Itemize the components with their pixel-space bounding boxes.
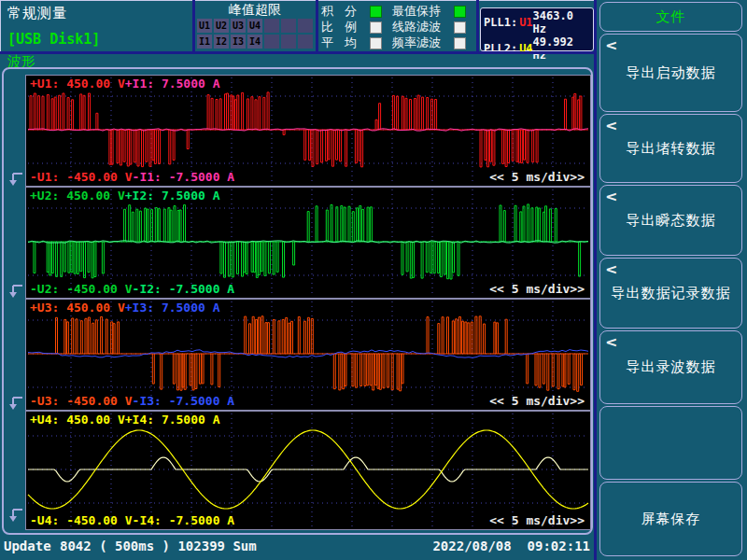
back-arrow-icon: <: [606, 188, 617, 205]
peak-cell-empty: [298, 19, 313, 33]
peak-cell-empty: [264, 19, 279, 33]
waveform-plot: [26, 412, 590, 529]
checkbox-max-hold-on[interactable]: [454, 6, 466, 18]
peak-cell-empty: [281, 35, 296, 49]
channel-bottom-labels: -U2: -450.00 V-I2: -7.5000 A: [30, 282, 234, 296]
channel-bottom-labels: -U4: -450.00 V-I4: -7.5000 A: [30, 513, 234, 527]
divider: [192, 0, 195, 52]
toggle-label: 最值保持: [392, 3, 441, 20]
peak-cell-i1: I1: [197, 35, 212, 49]
sidebar-button-label: 导出数据记录数据: [612, 285, 731, 302]
toggle-average[interactable]: 平均: [321, 35, 382, 50]
screen-save-button[interactable]: 屏幕保存: [599, 482, 742, 556]
checkbox-integration-on[interactable]: [370, 6, 382, 18]
toggle-line-filter[interactable]: 线路滤波: [392, 20, 466, 35]
divider: [316, 0, 318, 52]
channel-top-labels: +U1: 450.00 V+I1: 7.5000 A: [30, 77, 220, 91]
channel-voltage-range-label: +U4: 450.00 V: [30, 413, 125, 427]
channel-voltage-range-label: -U3: -450.00 V: [30, 394, 133, 408]
export-data-record-data[interactable]: <导出数据记录数据: [599, 258, 742, 329]
channel-current-range-label: -I4: -7.5000 A: [133, 513, 235, 527]
pll-value: 49.992 Hz: [533, 35, 590, 62]
sidebar-button-label: 屏幕保存: [641, 511, 701, 528]
back-arrow-icon: <: [606, 333, 617, 351]
peak-cell-u2: U2: [214, 19, 229, 33]
export-transient-data[interactable]: <导出瞬态数据: [599, 185, 742, 256]
frame-line: [0, 0, 1, 52]
channel-current-range-label: +I1: 7.5000 A: [125, 77, 220, 91]
peak-cell-i3: I3: [231, 35, 246, 49]
peak-cell-u3: U3: [231, 19, 246, 33]
toggle-max-hold[interactable]: 最值保持: [392, 4, 466, 19]
waveform-channel-4: +U4: 450.00 V+I4: 7.5000 A-U4: -450.00 V…: [25, 411, 591, 530]
toggle-label: 平均: [321, 35, 368, 51]
channel-voltage-range-label: +U2: 450.00 V: [30, 189, 125, 203]
checkbox-freq-filter-off[interactable]: [454, 37, 466, 49]
channel-current-range-label: +I3: 7.5000 A: [125, 301, 220, 315]
toggle-column-left: 积分比例平均: [321, 4, 382, 50]
peak-over-limit-grid: U1U2U3U4I1I2I3I4: [197, 19, 313, 49]
update-label: Update: [4, 539, 51, 553]
back-arrow-icon: <: [606, 117, 617, 134]
sidebar-title-box: 文件: [599, 2, 742, 32]
channel-current-range-label: +I4: 7.5000 A: [125, 413, 220, 427]
pll-name: PLL1:: [484, 16, 517, 29]
channel-current-range-label: +I2: 7.5000 A: [125, 189, 220, 203]
peak-cell-empty: [298, 35, 313, 49]
export-waveform-record-data[interactable]: <导出录波数据: [599, 330, 742, 404]
datetime: 2022/08/08 09:02:11: [432, 539, 590, 553]
toggle-label: 比例: [321, 19, 368, 35]
trigger-marker-icon: [9, 396, 24, 411]
channel-voltage-range-label: -U1: -450.00 V: [30, 170, 133, 184]
toggle-ratio[interactable]: 比例: [321, 20, 382, 35]
frame-line: [0, 0, 594, 1]
waveform-channel-2: +U2: 450.00 V+I2: 7.5000 A-U2: -450.00 V…: [25, 187, 591, 299]
channel-top-labels: +U3: 450.00 V+I3: 7.5000 A: [30, 301, 220, 315]
channel-top-labels: +U4: 450.00 V+I4: 7.5000 A: [30, 413, 220, 427]
update-value: 8042 ( 500ms ) 102399 Sum: [60, 539, 257, 553]
sidebar-button-label: 导出启动数据: [627, 64, 716, 82]
peak-cell-i2: I2: [214, 35, 229, 49]
page-title: 常规测量: [7, 5, 67, 22]
pll-source: U1: [519, 16, 532, 29]
waveform-channel-3: +U3: 450.00 V+I3: 7.5000 A-U3: -450.00 V…: [25, 299, 591, 411]
peak-cell-empty: [281, 19, 296, 33]
divider: [594, 0, 597, 560]
channel-voltage-range-label: -U4: -450.00 V: [30, 513, 133, 527]
channel-current-range-label: -I3: -7.5000 A: [133, 394, 235, 408]
pll-row-2: PLL2:U449.992 Hz: [484, 35, 590, 62]
channel-voltage-range-label: +U3: 450.00 V: [30, 301, 125, 315]
time-per-div-label: << 5 ms/div>>: [489, 282, 585, 296]
time-per-div-label: << 5 ms/div>>: [489, 513, 585, 527]
sidebar-button-label: 导出瞬态数据: [627, 212, 716, 230]
divider: [476, 0, 479, 52]
checkbox-line-filter-off[interactable]: [454, 21, 466, 34]
sidebar-button-label: 导出录波数据: [627, 358, 716, 376]
channel-top-labels: +U2: 450.00 V+I2: 7.5000 A: [30, 189, 220, 203]
channel-voltage-range-label: +U1: 450.00 V: [30, 77, 125, 91]
peak-cell-u1: U1: [197, 19, 212, 33]
pll-value: 3463.0 Hz: [533, 9, 590, 35]
peak-over-limit-title: 峰值超限: [195, 2, 315, 19]
sidebar-title: 文件: [656, 8, 686, 26]
toggle-column-right: 最值保持线路滤波频率滤波: [392, 4, 466, 50]
export-locked-rotor-data[interactable]: <导出堵转数据: [599, 114, 742, 183]
trigger-marker-icon: [9, 284, 24, 299]
export-startup-data[interactable]: <导出启动数据: [599, 34, 742, 112]
divider: [0, 51, 597, 54]
trigger-marker-icon: [9, 172, 24, 187]
channel-voltage-range-label: -U2: -450.00 V: [30, 282, 133, 296]
screen: 常规测量 [USB Disk1] 峰值超限 U1U2U3U4I1I2I3I4 积…: [0, 0, 747, 560]
checkbox-ratio-off[interactable]: [370, 21, 382, 34]
channel-bottom-labels: -U1: -450.00 V-I1: -7.5000 A: [30, 170, 234, 184]
pll-row-1: PLL1:U13463.0 Hz: [484, 9, 590, 35]
trigger-marker-icon: [9, 508, 24, 523]
peak-cell-empty: [264, 35, 279, 49]
toggle-freq-filter[interactable]: 频率滤波: [392, 35, 466, 50]
peak-row: I1I2I3I4: [197, 35, 313, 49]
sidebar-empty-slot: [599, 406, 742, 480]
toggle-integration[interactable]: 积分: [321, 4, 382, 19]
toggle-label: 频率滤波: [392, 35, 441, 51]
toggle-label: 积分: [321, 3, 368, 20]
checkbox-average-off[interactable]: [370, 37, 382, 49]
